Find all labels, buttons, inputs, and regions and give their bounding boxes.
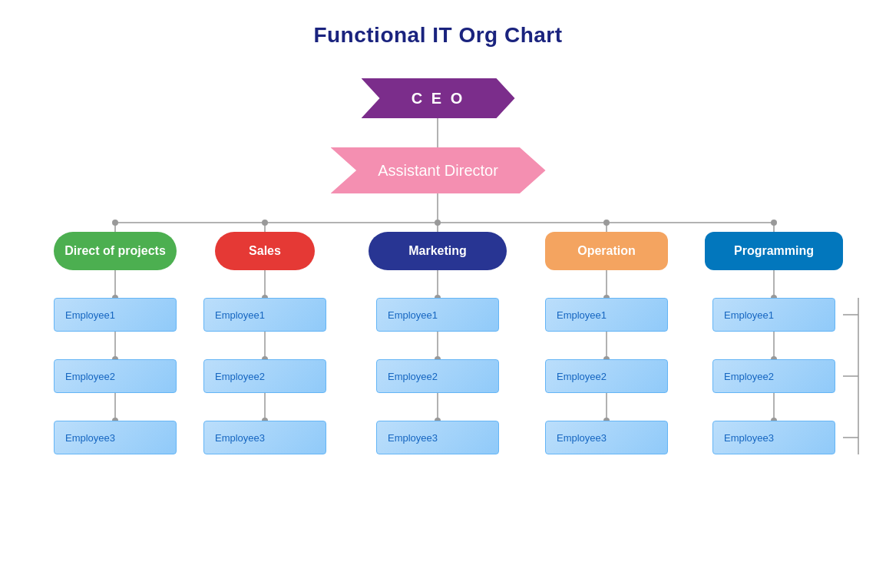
projects-emp3: Employee3 (54, 421, 177, 454)
programming-emp3: Employee3 (712, 421, 835, 454)
dept-sales-label: Sales (249, 244, 281, 258)
dept-projects-node: Direct of projects (54, 232, 177, 270)
programming-emp1: Employee1 (712, 298, 835, 332)
dept-projects-label: Direct of projects (64, 244, 166, 258)
dept-operation-label: Operation (577, 244, 636, 258)
operation-emp1: Employee1 (545, 298, 668, 332)
dept-marketing-label: Marketing (408, 244, 467, 258)
chart-container: C E O Assistant Director Direct of proje… (0, 55, 876, 577)
projects-emp2: Employee2 (54, 359, 177, 393)
marketing-emp3: Employee3 (376, 421, 499, 454)
sales-emp2: Employee2 (203, 359, 326, 393)
assistant-director-node: Assistant Director (331, 147, 546, 193)
sales-emp3: Employee3 (203, 421, 326, 454)
ceo-node: C E O (362, 78, 515, 118)
svg-point-28 (262, 220, 268, 226)
marketing-emp1: Employee1 (376, 298, 499, 332)
dept-programming-node: Programming (705, 232, 843, 270)
programming-emp2: Employee2 (712, 359, 835, 393)
svg-point-30 (603, 220, 610, 226)
operation-emp3: Employee3 (545, 421, 668, 454)
dept-marketing-node: Marketing (369, 232, 507, 270)
operation-emp2: Employee2 (545, 359, 668, 393)
dept-operation-node: Operation (545, 232, 668, 270)
dept-sales-node: Sales (215, 232, 315, 270)
svg-point-27 (112, 220, 118, 226)
svg-point-31 (771, 220, 777, 226)
sales-emp1: Employee1 (203, 298, 326, 332)
svg-point-29 (435, 220, 441, 226)
page: Functional IT Org Chart (0, 0, 876, 588)
projects-emp1: Employee1 (54, 298, 177, 332)
page-title: Functional IT Org Chart (0, 0, 876, 48)
dept-programming-label: Programming (734, 244, 814, 258)
marketing-emp2: Employee2 (376, 359, 499, 393)
ceo-label: C E O (412, 90, 464, 107)
assistant-director-label: Assistant Director (378, 162, 498, 180)
